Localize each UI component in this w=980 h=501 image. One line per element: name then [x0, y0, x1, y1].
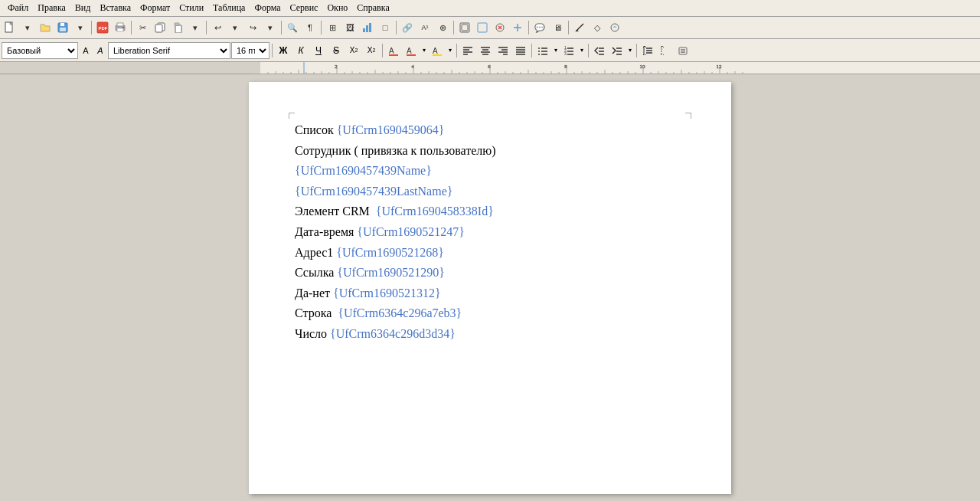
align-justify-button[interactable] [512, 42, 529, 59]
numbered-list-dropdown[interactable]: ▾ [578, 42, 586, 59]
format-marks-button[interactable]: ¶ [302, 19, 318, 36]
svg-rect-17 [369, 23, 371, 32]
insert-image-button[interactable]: 🖼 [341, 19, 358, 36]
italic-button[interactable]: К [292, 42, 309, 59]
line-5: Элемент CRM {UfCrm1690458338Id} [295, 201, 685, 221]
document-page[interactable]: Список {UfCrm1690459064} Сотрудник ( при… [249, 82, 731, 494]
svg-rect-12 [155, 25, 162, 32]
insert-link-button[interactable]: 🔗 [399, 19, 416, 36]
clear-formatting-button[interactable]: A [385, 42, 402, 59]
format-toolbar: Базовый A A Liberation Serif 16 пт Ж К Ч… [0, 39, 980, 62]
svg-text:8: 8 [564, 64, 567, 70]
bold-button[interactable]: Ж [275, 42, 292, 59]
menu-table[interactable]: Таблица [208, 1, 250, 15]
menu-file[interactable]: Файл [3, 1, 33, 15]
indent-less-button[interactable] [591, 42, 608, 59]
line-8: Ссылка {UfCrm1690521290} [295, 263, 685, 283]
copy-button[interactable] [152, 19, 168, 36]
subscript-button[interactable]: X2 [363, 42, 380, 59]
svg-rect-9 [117, 28, 123, 31]
paragraph-style-select[interactable]: Базовый [2, 42, 78, 59]
font-name-btn-2[interactable]: A [93, 42, 107, 59]
strikethrough-button[interactable]: S [328, 42, 345, 59]
draw-tool-3[interactable] [606, 19, 623, 36]
insert-shape-button[interactable]: □ [377, 19, 394, 36]
ruler-content: /* ruler ticks drawn in SVG */ 2 4 [260, 62, 980, 74]
align-left-button[interactable] [459, 42, 476, 59]
line-10: Строка {UfCrm6364c296a7eb3} [295, 303, 685, 323]
highlight-button[interactable]: A [429, 42, 446, 59]
special-char-button[interactable]: ⊕ [434, 19, 451, 36]
tb-btn-3[interactable] [492, 19, 508, 36]
menu-format[interactable]: Формат [136, 1, 175, 15]
redo-button[interactable]: ↪ [244, 19, 261, 36]
line-6: Дата-время {UfCrm1690521247} [295, 222, 685, 242]
view-grid-button[interactable]: ⊞ [324, 19, 341, 36]
insert-footnote-button[interactable]: A¹ [416, 19, 433, 36]
svg-text:12: 12 [717, 64, 723, 70]
fmt-sep-6 [636, 44, 637, 57]
separator-9 [568, 21, 569, 34]
undo-dropdown-button[interactable]: ▾ [227, 19, 243, 36]
svg-rect-13 [175, 25, 181, 33]
menu-service[interactable]: Сервис [286, 1, 323, 15]
menu-edit[interactable]: Правка [33, 1, 70, 15]
paste-button[interactable] [169, 19, 186, 36]
open-button[interactable] [37, 19, 54, 36]
find-button[interactable]: 🔍 [284, 19, 301, 36]
indent-dropdown[interactable]: ▾ [626, 42, 634, 59]
separator-3 [206, 21, 207, 34]
svg-rect-69 [679, 47, 687, 54]
line-spacing-button[interactable] [639, 42, 656, 59]
font-color-dropdown[interactable]: ▾ [420, 42, 428, 59]
font-size-select[interactable]: 16 пт [231, 42, 270, 59]
font-family-select[interactable]: Liberation Serif [108, 42, 230, 59]
underline-button[interactable]: Ч [310, 42, 327, 59]
separator-5 [321, 21, 322, 34]
save-button[interactable] [54, 19, 71, 36]
redo-dropdown-button[interactable]: ▾ [262, 19, 279, 36]
menu-form[interactable]: Форма [250, 1, 285, 15]
superscript-button[interactable]: X2 [345, 42, 362, 59]
print-button[interactable] [112, 19, 129, 36]
svg-rect-20 [478, 23, 487, 32]
tb-btn-4[interactable] [509, 19, 526, 36]
svg-rect-15 [363, 28, 365, 32]
export-pdf-button[interactable]: PDF [94, 19, 111, 36]
new-button[interactable] [2, 19, 18, 36]
line-11-prefix: Число [295, 324, 330, 344]
separator-2 [131, 21, 132, 34]
comment-button[interactable]: 💬 [531, 19, 548, 36]
menu-insert[interactable]: Вставка [95, 1, 136, 15]
main-toolbar: ▾ ▾ PDF ✂ ▾ ↩ ▾ ↪ ▾ [0, 17, 980, 39]
draw-tool-1[interactable] [571, 19, 588, 36]
bullet-list-dropdown[interactable]: ▾ [552, 42, 560, 59]
numbered-list-button[interactable]: 1.2.3. [560, 42, 577, 59]
undo-button[interactable]: ↩ [209, 19, 226, 36]
align-center-button[interactable] [477, 42, 494, 59]
paste-dropdown-button[interactable]: ▾ [187, 19, 204, 36]
paragraph-style-btn[interactable] [675, 42, 691, 59]
draw-tool-2[interactable]: ◇ [589, 19, 606, 36]
align-right-button[interactable] [495, 42, 511, 59]
menu-window[interactable]: Окно [322, 1, 352, 15]
highlight-dropdown[interactable]: ▾ [446, 42, 454, 59]
copy-tb-button[interactable] [456, 19, 473, 36]
indent-more-button[interactable] [609, 42, 626, 59]
bullet-list-button[interactable] [534, 42, 551, 59]
cut-button[interactable]: ✂ [134, 19, 151, 36]
svg-rect-14 [175, 23, 179, 25]
new-dropdown-button[interactable]: ▾ [19, 19, 36, 36]
line-11: Число {UfCrm6364c296d3d34} [295, 324, 685, 344]
paragraph-spacing-button[interactable] [657, 42, 674, 59]
menu-help[interactable]: Справка [352, 1, 394, 15]
menu-view[interactable]: Вид [70, 1, 96, 15]
save-dropdown-button[interactable]: ▾ [72, 19, 89, 36]
font-color-button[interactable]: A [403, 42, 420, 59]
track-changes-button[interactable]: 🖥 [549, 19, 566, 36]
line-10-field: {UfCrm6364c296a7eb3} [338, 303, 462, 323]
insert-chart-button[interactable] [359, 19, 376, 36]
menu-styles[interactable]: Стили [175, 1, 208, 15]
font-name-btn-1[interactable]: A [79, 42, 93, 59]
tb-btn-2[interactable] [474, 19, 491, 36]
